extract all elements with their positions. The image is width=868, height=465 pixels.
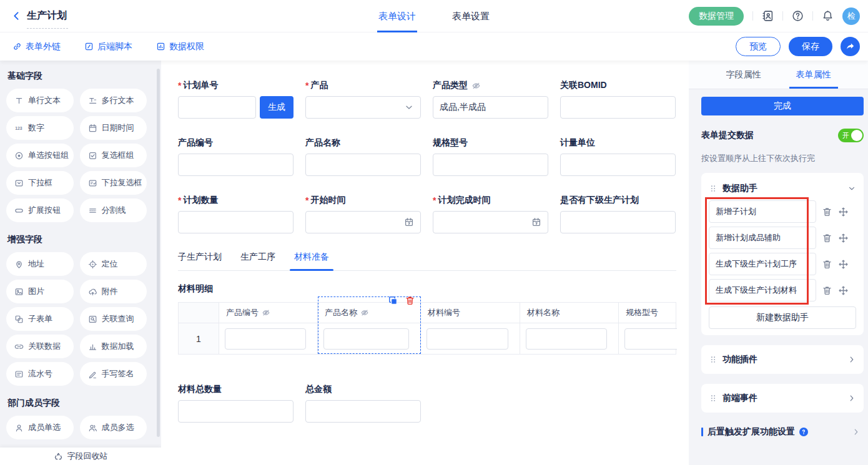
bell-icon[interactable] — [822, 10, 834, 22]
assistant-item-box[interactable]: 生成下级生产计划工序 — [709, 253, 816, 275]
sidebar-field-pill[interactable]: 分割线 — [80, 198, 147, 222]
submit-data-toggle[interactable]: 开 — [838, 129, 864, 142]
back-button[interactable] — [11, 11, 22, 21]
产品编号-cell-input[interactable] — [225, 328, 306, 350]
sidebar-field-pill[interactable]: 图片 — [6, 280, 74, 303]
preview-button[interactable]: 预览 — [736, 37, 781, 56]
sidebar-field-pill[interactable]: 单行文本 — [6, 89, 74, 112]
field-label: *关联BOMID — [560, 79, 676, 92]
move-assistant-icon[interactable] — [838, 259, 849, 270]
计量单位-input[interactable] — [560, 154, 676, 176]
canvas-tab[interactable]: 生产工序 — [240, 252, 275, 270]
sidebar-field-pill[interactable]: 123数字 — [6, 116, 74, 140]
计划单号-input[interactable] — [178, 96, 256, 119]
sidebar-field-pill[interactable]: 地址 — [6, 252, 74, 276]
assistant-items: 新增子计划新增计划成品辅助生成下级生产计划工序生成下级生产计划材料 — [709, 200, 856, 301]
field-library-sidebar: 基础字段单行文本多行文本123数字日期时间单选按钮组复选框组下拉框下拉复选框扩展… — [0, 61, 161, 465]
generate-button[interactable]: 生成 — [260, 96, 293, 119]
sidebar-field-pill[interactable]: 关联查询 — [80, 307, 147, 331]
delete-assistant-icon[interactable] — [822, 207, 832, 217]
help-filled-icon[interactable] — [799, 427, 809, 437]
delete-assistant-icon[interactable] — [822, 259, 832, 270]
subtable-column-header[interactable]: 产品编号 — [219, 303, 318, 323]
计划数量-input[interactable] — [178, 211, 293, 233]
data-manage-button[interactable]: 数据管理 — [689, 7, 744, 26]
post-trigger-settings[interactable]: 后置触发扩展功能设置 — [701, 426, 864, 438]
sidebar-field-pill[interactable]: 关联数据 — [6, 335, 74, 358]
panel-tab[interactable]: 表单属性 — [796, 61, 831, 89]
field-recycle-bin[interactable]: 字段回收站 — [0, 448, 161, 465]
产品类型-input[interactable]: 成品,半成品 — [433, 96, 548, 119]
save-button[interactable]: 保存 — [789, 37, 832, 56]
copy-column-icon[interactable] — [388, 295, 398, 306]
chart-box-icon — [156, 42, 165, 51]
subtable-column-header[interactable]: 材料名称 — [520, 303, 619, 323]
sidebar-field-pill[interactable]: 单选按钮组 — [6, 144, 74, 167]
subtable-row-index: 1 — [179, 323, 219, 354]
toolbar-link[interactable]: 后端脚本 — [84, 41, 132, 52]
开始时间-input[interactable] — [305, 211, 421, 233]
move-assistant-icon[interactable] — [838, 233, 849, 243]
subtable: 产品编号产品名称材料编号材料名称规格型号 1 — [178, 302, 676, 355]
sidebar-field-pill[interactable]: 子表单 — [6, 307, 74, 331]
sidebar-field-pill[interactable]: 下拉框 — [6, 171, 74, 195]
panel-section[interactable]: 功能插件 — [701, 345, 864, 374]
材料总数量-input[interactable] — [178, 400, 293, 423]
panel-section[interactable]: 前端事件 — [701, 384, 864, 413]
delete-column-icon[interactable] — [405, 295, 415, 306]
产品-input[interactable] — [305, 96, 421, 119]
材料编号-cell-input[interactable] — [427, 328, 508, 350]
move-assistant-icon[interactable] — [838, 285, 849, 296]
sidebar-scrollbar[interactable] — [157, 69, 160, 437]
sidebar-field-pill[interactable]: 成员单选 — [6, 416, 74, 439]
help-icon[interactable] — [792, 10, 804, 22]
产品名称-cell-input[interactable] — [323, 328, 409, 350]
move-assistant-icon[interactable] — [838, 207, 849, 217]
关联BOMID-input[interactable] — [560, 96, 676, 119]
header-tab[interactable]: 表单设置 — [452, 0, 490, 32]
field-label: *计划单号 — [178, 79, 293, 92]
材料名称-cell-input[interactable] — [526, 328, 607, 350]
share-button[interactable] — [841, 37, 860, 56]
sidebar-field-pill[interactable]: 下拉复选框 — [80, 171, 147, 195]
drag-dots-icon — [709, 184, 718, 193]
sidebar-field-pill[interactable]: 日期时间 — [80, 116, 147, 140]
sidebar-field-pill[interactable]: 定位 — [80, 252, 147, 276]
divider — [782, 11, 783, 21]
signature-icon — [88, 370, 97, 379]
new-assistant-button[interactable]: 新建数据助手 — [709, 306, 856, 329]
delete-assistant-icon[interactable] — [822, 233, 832, 243]
规格型号-cell-input[interactable] — [624, 328, 677, 350]
sidebar-field-pill[interactable]: 手写签名 — [80, 362, 147, 386]
sidebar-field-pill[interactable]: 流水号 — [6, 362, 74, 386]
canvas-tab[interactable]: 子生产计划 — [178, 252, 222, 270]
产品名称-input[interactable] — [305, 154, 421, 176]
toolbar-link[interactable]: 表单外链 — [12, 41, 61, 52]
规格型号-input[interactable] — [433, 154, 548, 176]
address-book-icon[interactable] — [762, 10, 774, 22]
sidebar-field-pill[interactable]: 多行文本 — [80, 89, 147, 112]
sidebar-field-pill[interactable]: 复选框组 — [80, 144, 147, 167]
header-tab[interactable]: 表单设计 — [378, 0, 416, 32]
delete-assistant-icon[interactable] — [822, 285, 832, 296]
产品编号-input[interactable] — [178, 154, 293, 176]
sidebar-field-pill[interactable]: 扩展按钮 — [6, 198, 74, 222]
sidebar-field-pill[interactable]: 附件 — [80, 280, 147, 303]
panel-tab[interactable]: 字段属性 — [726, 61, 761, 89]
subtable-column-header[interactable]: 规格型号 — [619, 303, 677, 323]
subtable-column-header[interactable]: 材料编号 — [421, 303, 520, 323]
assistant-item-box[interactable]: 新增计划成品辅助 — [709, 227, 816, 249]
计划完成时间-input[interactable] — [433, 211, 548, 233]
sidebar-field-pill[interactable]: 成员多选 — [80, 416, 147, 439]
canvas-tab[interactable]: 材料准备 — [294, 252, 329, 270]
assistant-item-box[interactable]: 新增子计划 — [709, 200, 816, 223]
toolbar-link[interactable]: 数据权限 — [156, 41, 204, 52]
是否有下级生产计划-input[interactable] — [560, 211, 676, 233]
data-assistant-header[interactable]: 数据助手 — [709, 179, 856, 198]
avatar[interactable]: 检 — [842, 7, 860, 25]
linked-data-icon — [14, 342, 24, 351]
总金额-input[interactable] — [305, 400, 421, 423]
done-button[interactable]: 完成 — [701, 97, 864, 115]
assistant-item-box[interactable]: 生成下级生产计划材料 — [709, 279, 816, 301]
sidebar-field-pill[interactable]: 数据加载 — [80, 335, 147, 358]
